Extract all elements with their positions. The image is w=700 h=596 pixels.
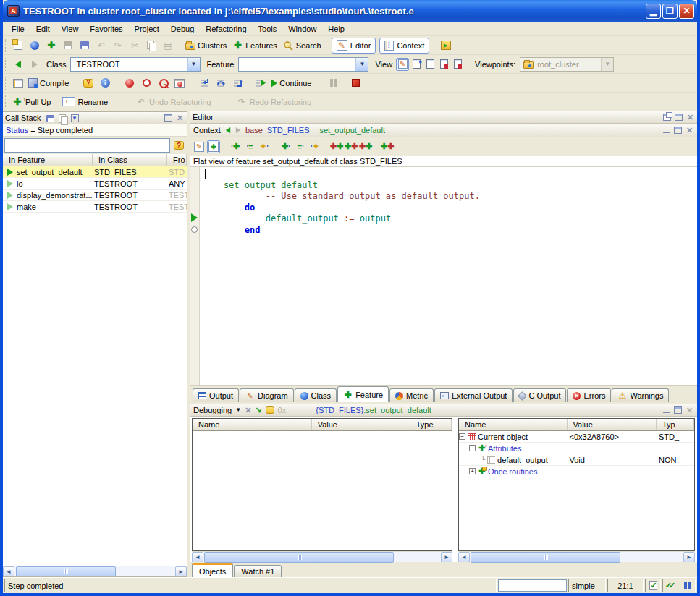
scroll-track[interactable]	[14, 566, 175, 576]
scroll-left-icon[interactable]: ◄	[458, 552, 470, 563]
undo-refactoring-button[interactable]: ↶ Undo Refactoring	[134, 94, 214, 110]
object-tree-row[interactable]: −Attributes	[459, 443, 694, 454]
paste-button[interactable]: ▤	[160, 38, 176, 54]
open-button[interactable]	[27, 38, 43, 54]
menu-help[interactable]: Help	[322, 23, 350, 35]
new-button[interactable]	[10, 38, 26, 54]
forward-button[interactable]	[27, 56, 43, 72]
show-assigners-button[interactable]: ⁞✚	[229, 140, 242, 153]
minus-expander-icon[interactable]: −	[459, 433, 465, 440]
save-button[interactable]	[60, 38, 76, 54]
menu-view[interactable]: View	[56, 23, 85, 35]
debugging-dropdown-icon[interactable]: ▼	[235, 406, 241, 413]
tab-warnings[interactable]: ⚠Warnings	[612, 388, 669, 402]
debugging-minimize-button[interactable]	[662, 405, 671, 414]
debug-column-typ[interactable]: Typ	[657, 419, 694, 430]
toolbar-gripper[interactable]	[5, 39, 7, 52]
debugging-close-tool-icon[interactable]: ✕	[245, 406, 251, 414]
editor-close-button[interactable]: ✕	[686, 113, 695, 122]
search-button[interactable]: Search	[281, 38, 324, 54]
tab-diagram[interactable]: ✎Diagram	[240, 388, 294, 402]
breadcrumb-feature[interactable]: set_output_default	[319, 126, 385, 135]
copy-button[interactable]	[143, 38, 159, 54]
feature-combo-arrow-icon[interactable]: ▼	[355, 58, 368, 71]
code-line[interactable]	[203, 169, 697, 180]
callstack-column-0[interactable]: In Feature	[3, 154, 93, 166]
call-stack-save-button[interactable]	[46, 114, 55, 123]
compile-button[interactable]: Compile	[27, 75, 72, 91]
open-outputs-button[interactable]	[10, 75, 26, 91]
call-stack-hscrollbar[interactable]: ◄ ►	[3, 566, 187, 576]
scroll-right-icon[interactable]: ►	[441, 552, 452, 563]
debugging-maximize-button[interactable]	[673, 405, 683, 414]
viewpoints-combobox[interactable]: root_cluster ▼	[520, 57, 614, 72]
titlebar[interactable]: A TESTROOT in cluster root_cluster locat…	[3, 0, 697, 22]
context-close-button[interactable]: ✕	[685, 126, 694, 135]
view-editor-button[interactable]: ✎	[396, 58, 409, 71]
editor-float-button[interactable]	[662, 113, 672, 122]
tab-objects[interactable]: Objects	[192, 563, 233, 577]
debug-column-name[interactable]: Name	[193, 419, 312, 430]
scroll-left-icon[interactable]: ◄	[3, 566, 14, 576]
debug-column-name[interactable]: Name	[459, 419, 568, 430]
context-maximize-button[interactable]	[673, 126, 683, 135]
close-button[interactable]: ✕	[679, 4, 694, 19]
scroll-right-icon[interactable]: ►	[175, 566, 187, 576]
context-minimize-button[interactable]	[662, 126, 671, 135]
editor-maximize-button[interactable]	[674, 113, 683, 122]
callstack-row[interactable]: makeTESTROOTTEST	[3, 201, 187, 213]
suppliers-button[interactable]: ✚✚	[381, 140, 394, 153]
step-into-button[interactable]	[196, 75, 212, 91]
class-combo-arrow-icon[interactable]: ▼	[187, 58, 200, 71]
show-assertions-button[interactable]: ⁞=	[243, 140, 256, 153]
scroll-track[interactable]	[203, 552, 441, 562]
redo-button[interactable]: ↷	[110, 38, 126, 54]
scroll-thumb[interactable]	[204, 552, 394, 563]
object-tree-row[interactable]: └default_outputVoidNON	[459, 454, 694, 466]
menu-tools[interactable]: Tools	[253, 23, 283, 35]
callstack-column-2[interactable]: Fro	[167, 154, 187, 166]
call-stack-maximize-button[interactable]	[164, 114, 173, 123]
menu-favorites[interactable]: Favorites	[84, 23, 128, 35]
editor-header[interactable]: Editor ✕	[190, 111, 697, 124]
scroll-right-icon[interactable]: ►	[683, 552, 695, 563]
code-line[interactable]: do	[203, 203, 697, 214]
enable-breakpoints-button[interactable]	[122, 75, 138, 91]
maximize-button[interactable]: ❐	[662, 4, 678, 19]
save-all-button[interactable]	[77, 38, 93, 54]
debug-column-value[interactable]: Value	[568, 419, 657, 430]
view-plain-button[interactable]	[423, 58, 437, 71]
plus-expander-icon[interactable]: +	[469, 468, 476, 474]
menu-project[interactable]: Project	[129, 23, 165, 35]
scroll-thumb[interactable]	[16, 566, 116, 576]
debugging-jump-icon[interactable]: ↘	[255, 405, 261, 414]
call-stack-close-button[interactable]: ✕	[175, 114, 185, 123]
stack-help-button[interactable]: ?	[172, 141, 185, 150]
code-line[interactable]: default_output := output	[203, 213, 697, 225]
toolbar-gripper[interactable]	[5, 58, 7, 71]
scroll-track[interactable]	[470, 552, 683, 562]
tab-errors[interactable]: ✕Errors	[567, 388, 611, 402]
debug-context-feature[interactable]: .set_output_default	[363, 406, 431, 414]
scroll-thumb[interactable]	[471, 552, 620, 563]
tab-output[interactable]: Output	[193, 388, 239, 402]
breadcrumb-cluster[interactable]: base	[245, 126, 263, 135]
equals-view-button[interactable]: =⁞	[294, 140, 307, 153]
debug-context-class[interactable]: {STD_FILES}	[316, 406, 363, 414]
debugging-bubble-icon[interactable]	[266, 406, 274, 414]
step-over-button[interactable]	[213, 75, 229, 91]
execution-point-icon[interactable]	[191, 213, 198, 222]
menu-file[interactable]: File	[6, 23, 30, 35]
menu-debug[interactable]: Debug	[165, 23, 200, 35]
tab-class[interactable]: Class	[295, 388, 337, 402]
debug-column-type[interactable]: Type	[410, 419, 452, 430]
view-ribbon1-button[interactable]	[437, 58, 450, 71]
status-pause-button[interactable]	[680, 579, 696, 592]
call-stack-dropdown-button[interactable]: ▼	[70, 114, 80, 123]
status-doublecheck-button[interactable]: ✓✓	[662, 579, 678, 592]
code-text[interactable]: set_output_default -- Use standard outpu…	[200, 167, 697, 385]
features-button[interactable]: ✚ Features	[230, 38, 279, 54]
menu-edit[interactable]: Edit	[30, 23, 56, 35]
toolbar-gripper[interactable]	[5, 95, 7, 108]
callstack-row[interactable]: ioTESTROOTANY	[3, 178, 187, 190]
